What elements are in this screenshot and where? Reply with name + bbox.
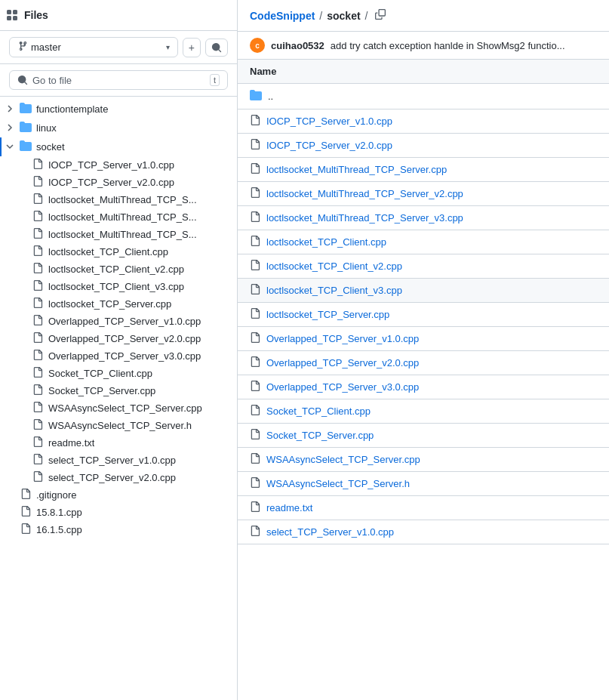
file-row-name[interactable]: loctlsocket_TCP_Client_v3.cpp	[266, 285, 402, 296]
tree-item-IOCP_TCP_Server_v2[interactable]: IOCP_TCP_Server_v2.0.cpp	[0, 174, 237, 191]
tree-item-loctlsocket_TCP_Server[interactable]: loctlsocket_TCP_Server.cpp	[0, 295, 237, 313]
file-row-name[interactable]: select_TCP_Server_v1.0.cpp	[266, 526, 394, 538]
tree-item-WSAAsyncSelect_TCP_Server_cpp[interactable]: WSAAsyncSelect_TCP_Server.cpp	[0, 399, 237, 417]
file-row-name[interactable]: WSAAsyncSelect_TCP_Server.cpp	[266, 454, 420, 465]
folder-icon	[250, 89, 262, 103]
tree-item-15_8_1[interactable]: 15.8.1.cpp	[0, 504, 237, 521]
file-row-readme[interactable]: readme.txt	[238, 496, 609, 520]
file-row-overlapped_v1[interactable]: Overlapped_TCP_Server_v1.0.cpp	[238, 327, 609, 351]
file-icon	[32, 211, 44, 224]
tree-item-label: Overlapped_TCP_Server_v1.0.cpp	[48, 316, 201, 327]
breadcrumb-repo[interactable]: CodeSnippet	[250, 10, 315, 22]
file-row-loctlsocket_client_v2[interactable]: loctlsocket_TCP_Client_v2.cpp	[238, 254, 609, 279]
tree-item-label: loctlsocket_MultiThread_TCP_S...	[48, 211, 197, 223]
folder-icon	[20, 102, 32, 116]
file-icon	[32, 367, 44, 380]
file-row-name[interactable]: WSAAsyncSelect_TCP_Server.h	[266, 478, 410, 489]
tree-item-select_TCP_Server_v1[interactable]: select_TCP_Server_v1.0.cpp	[0, 452, 237, 469]
file-row-name[interactable]: loctlsocket_MultiThread_TCP_Server_v2.cp…	[266, 188, 463, 199]
tree-item-loctlsocket_1[interactable]: loctlsocket_MultiThread_TCP_S...	[0, 191, 237, 208]
file-row-loctlsocket_mt_v3[interactable]: loctlsocket_MultiThread_TCP_Server_v3.cp…	[238, 206, 609, 230]
tree-item-Overlapped_TCP_Server_v2[interactable]: Overlapped_TCP_Server_v2.0.cpp	[0, 330, 237, 347]
file-row-overlapped_v3[interactable]: Overlapped_TCP_Server_v3.0.cpp	[238, 375, 609, 399]
file-row-loctlsocket_mt[interactable]: loctlsocket_MultiThread_TCP_Server.cpp	[238, 158, 609, 182]
file-icon	[250, 405, 260, 418]
file-row-name[interactable]: Overlapped_TCP_Server_v3.0.cpp	[266, 381, 419, 393]
chevron-down-icon	[6, 143, 15, 152]
commit-author[interactable]: cuihao0532	[271, 40, 324, 51]
file-row-name[interactable]: loctlsocket_MultiThread_TCP_Server.cpp	[266, 164, 447, 175]
tree-item-loctlsocket_TCP_Client[interactable]: loctlsocket_TCP_Client.cpp	[0, 243, 237, 261]
file-icon	[250, 477, 260, 490]
file-row-name[interactable]: loctlsocket_TCP_Client_v2.cpp	[266, 261, 402, 272]
file-tree: functiontemplatelinuxsocketIOCP_TCP_Serv…	[0, 97, 237, 700]
commit-message: add try catch exception hanlde in ShowMs…	[331, 40, 565, 51]
file-row-wsa_h[interactable]: WSAAsyncSelect_TCP_Server.h	[238, 472, 609, 496]
tree-item-label: readme.txt	[48, 437, 94, 449]
tree-item-label: loctlsocket_TCP_Server.cpp	[48, 298, 171, 310]
tree-item-select_TCP_Server_v2[interactable]: select_TCP_Server_v2.0.cpp	[0, 469, 237, 486]
chevron-right-icon	[6, 105, 15, 114]
add-file-button[interactable]: +	[183, 38, 201, 57]
tree-item-16_1_5[interactable]: 16.1.5.cpp	[0, 521, 237, 538]
file-row-loctlsocket_server[interactable]: loctlsocket_TCP_Server.cpp	[238, 303, 609, 327]
copy-path-icon[interactable]	[375, 9, 386, 22]
file-row-name[interactable]: IOCP_TCP_Server_v2.0.cpp	[266, 140, 392, 151]
tree-item-loctlsocket_TCP_Client_v2[interactable]: loctlsocket_TCP_Client_v2.cpp	[0, 261, 237, 278]
tree-item-Socket_TCP_Server[interactable]: Socket_TCP_Server.cpp	[0, 382, 237, 399]
file-row-overlapped_v2[interactable]: Overlapped_TCP_Server_v2.0.cpp	[238, 351, 609, 375]
file-row-loctlsocket_client[interactable]: loctlsocket_TCP_Client.cpp	[238, 230, 609, 254]
file-row-name[interactable]: loctlsocket_TCP_Server.cpp	[266, 309, 389, 320]
file-row-socket_server[interactable]: Socket_TCP_Server.cpp	[238, 424, 609, 448]
file-row-loctlsocket_mt_v2[interactable]: loctlsocket_MultiThread_TCP_Server_v2.cp…	[238, 182, 609, 206]
tree-item-loctlsocket_2[interactable]: loctlsocket_MultiThread_TCP_S...	[0, 208, 237, 226]
file-row-name[interactable]: Overlapped_TCP_Server_v1.0.cpp	[266, 333, 419, 344]
sidebar: Files master ▾ + t functionte	[0, 0, 238, 700]
go-to-file-input[interactable]	[32, 75, 205, 86]
branch-bar: master ▾ +	[0, 31, 237, 64]
tree-item-loctlsocket_3[interactable]: loctlsocket_MultiThread_TCP_S...	[0, 226, 237, 243]
file-icon	[32, 315, 44, 328]
branch-selector[interactable]: master ▾	[9, 37, 178, 57]
breadcrumb-sep1: /	[319, 10, 322, 22]
tree-item-label: select_TCP_Server_v1.0.cpp	[48, 455, 176, 466]
file-row-name[interactable]: Socket_TCP_Client.cpp	[266, 406, 371, 417]
file-icon	[32, 419, 44, 432]
file-icon	[32, 263, 44, 276]
tree-item-gitignore[interactable]: .gitignore	[0, 486, 237, 504]
file-row-IOCP_v1[interactable]: IOCP_TCP_Server_v1.0.cpp	[238, 109, 609, 134]
file-icon	[32, 298, 44, 310]
file-row-socket_client[interactable]: Socket_TCP_Client.cpp	[238, 399, 609, 424]
file-row-name[interactable]: Socket_TCP_Server.cpp	[266, 430, 374, 441]
sidebar-title: Files	[24, 9, 48, 21]
tree-item-IOCP_TCP_Server_v1[interactable]: IOCP_TCP_Server_v1.0.cpp	[0, 156, 237, 174]
tree-item-WSAAsyncSelect_TCP_Server_h[interactable]: WSAAsyncSelect_TCP_Server.h	[0, 417, 237, 434]
file-icon	[20, 489, 32, 501]
file-row-name[interactable]: loctlsocket_MultiThread_TCP_Server_v3.cp…	[266, 212, 463, 224]
tree-item-socket[interactable]: socket	[0, 137, 237, 156]
file-row-name[interactable]: Overlapped_TCP_Server_v2.0.cpp	[266, 357, 419, 369]
tree-item-Socket_TCP_Client[interactable]: Socket_TCP_Client.cpp	[0, 365, 237, 382]
tree-item-linux[interactable]: linux	[0, 119, 237, 137]
tree-item-functiontemplate[interactable]: functiontemplate	[0, 100, 237, 119]
tree-item-Overlapped_TCP_Server_v3[interactable]: Overlapped_TCP_Server_v3.0.cpp	[0, 347, 237, 365]
file-icon	[250, 356, 260, 369]
file-row-name[interactable]: readme.txt	[266, 502, 312, 513]
tree-item-label: linux	[36, 122, 57, 134]
file-row-IOCP_v2[interactable]: IOCP_TCP_Server_v2.0.cpp	[238, 134, 609, 158]
file-icon	[250, 163, 260, 176]
file-row-name[interactable]: loctlsocket_TCP_Client.cpp	[266, 236, 386, 248]
tree-item-loctlsocket_TCP_Client_v3[interactable]: loctlsocket_TCP_Client_v3.cpp	[0, 278, 237, 295]
file-row-loctlsocket_client_v3[interactable]: loctlsocket_TCP_Client_v3.cpp	[238, 279, 609, 303]
file-row-select_v1[interactable]: select_TCP_Server_v1.0.cpp	[238, 520, 609, 544]
file-row-name[interactable]: IOCP_TCP_Server_v1.0.cpp	[266, 116, 392, 127]
file-row-name[interactable]: ..	[268, 91, 273, 102]
file-row-parent[interactable]: ..	[238, 84, 609, 109]
main-header: CodeSnippet / socket /	[238, 0, 609, 32]
search-files-button[interactable]	[205, 39, 228, 57]
tree-item-Overlapped_TCP_Server_v1[interactable]: Overlapped_TCP_Server_v1.0.cpp	[0, 313, 237, 330]
tree-item-readme[interactable]: readme.txt	[0, 434, 237, 452]
file-icon	[32, 402, 44, 415]
file-row-wsa_cpp[interactable]: WSAAsyncSelect_TCP_Server.cpp	[238, 448, 609, 472]
file-icon	[20, 506, 32, 519]
